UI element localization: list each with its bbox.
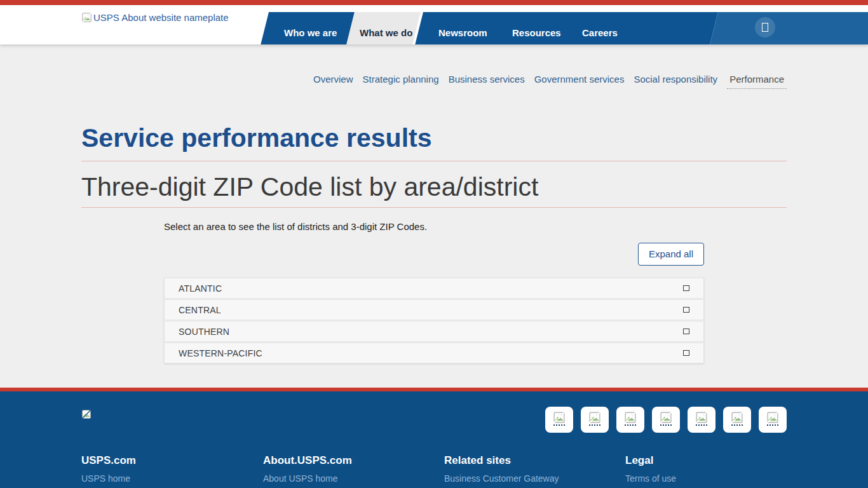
social-links-row	[545, 407, 787, 433]
accordion-row-western-pacific[interactable]: WESTERN-PACIFIC	[164, 342, 704, 363]
subnav-business-services[interactable]: Business services	[449, 74, 525, 89]
broken-image-icon	[81, 409, 92, 419]
broken-image-icon	[695, 411, 708, 424]
expand-icon	[683, 329, 689, 334]
page-title: Service performance results	[81, 123, 787, 152]
clipped-alt-text	[731, 424, 743, 426]
footer-link-usps-home[interactable]: USPS home	[81, 473, 263, 484]
footer-heading-usps-com: USPS.com	[81, 455, 263, 466]
page-subtitle: Three-digit ZIP Code list by area/distri…	[81, 172, 787, 201]
title-divider	[81, 161, 787, 161]
social-link-7[interactable]	[759, 407, 787, 433]
footer-heading-related-sites: Related sites	[444, 455, 625, 466]
broken-image-icon	[660, 411, 672, 424]
social-link-3[interactable]	[616, 407, 644, 433]
clipped-alt-text	[660, 424, 672, 426]
footer-usps-logo-broken-image[interactable]	[81, 409, 92, 419]
expand-icon	[683, 350, 689, 356]
nav-search-background	[710, 12, 868, 44]
broken-image-icon	[81, 12, 92, 23]
social-link-6[interactable]	[723, 407, 751, 433]
footer-link-business-customer-gateway[interactable]: Business Customer Gateway	[444, 473, 625, 484]
footer-heading-about-usps-com: About.USPS.com	[263, 455, 444, 466]
area-label: WESTERN-PACIFIC	[179, 348, 262, 358]
footer-heading-legal: Legal	[625, 455, 787, 466]
nav-tab-who-we-are[interactable]: Who we are	[284, 28, 337, 37]
subnav-performance-current[interactable]: Performance	[727, 74, 787, 89]
area-label: SOUTHERN	[179, 327, 229, 337]
expand-icon	[683, 307, 689, 313]
social-link-5[interactable]	[688, 407, 715, 433]
nameplate-alt-text: USPS About website nameplate	[93, 12, 229, 24]
area-label: CENTRAL	[179, 305, 221, 315]
page-body: Overview Strategic planning Business ser…	[0, 44, 868, 388]
broken-image-icon	[553, 411, 566, 424]
accordion-row-central[interactable]: CENTRAL	[164, 299, 704, 320]
clipped-alt-text	[767, 424, 778, 426]
broken-image-icon	[766, 411, 779, 424]
usps-nameplate-link[interactable]: USPS About website nameplate	[81, 12, 229, 24]
footer-link-about-usps-home[interactable]: About USPS home	[263, 473, 444, 484]
expand-icon	[683, 285, 689, 291]
footer-link-terms-of-use[interactable]: Terms of use	[625, 473, 787, 484]
section-subnav: Overview Strategic planning Business ser…	[81, 44, 787, 89]
nav-tab-careers[interactable]: Careers	[582, 28, 618, 37]
site-header: USPS About website nameplate Who we are …	[0, 5, 868, 44]
clipped-alt-text	[553, 424, 565, 426]
accordion-row-atlantic[interactable]: ATLANTIC	[164, 278, 704, 299]
site-footer: USPS.com USPS home About.USPS.com About …	[0, 391, 868, 488]
expand-all-button[interactable]: Expand all	[638, 243, 704, 266]
subnav-government-services[interactable]: Government services	[534, 74, 625, 89]
clipped-alt-text	[589, 424, 600, 426]
clipped-alt-text	[696, 424, 707, 426]
nav-tab-what-we-do[interactable]: What we do	[360, 28, 412, 37]
search-icon	[762, 23, 768, 32]
clipped-alt-text	[625, 424, 636, 426]
broken-image-icon	[731, 411, 743, 424]
top-red-bar	[0, 0, 868, 5]
subtitle-divider	[81, 207, 787, 208]
subnav-strategic-planning[interactable]: Strategic planning	[363, 74, 439, 89]
area-label: ATLANTIC	[179, 283, 222, 294]
search-button[interactable]	[755, 17, 775, 37]
accordion-row-southern[interactable]: SOUTHERN	[164, 321, 704, 342]
social-link-2[interactable]	[581, 407, 609, 433]
instruction-text: Select an area to see the list of distri…	[164, 221, 704, 232]
nav-tab-newsroom[interactable]: Newsroom	[438, 28, 487, 37]
broken-image-icon	[588, 411, 601, 424]
social-link-1[interactable]	[545, 407, 573, 433]
footer-link-columns: USPS.com USPS home About.USPS.com About …	[81, 455, 787, 484]
area-accordion: ATLANTIC CENTRAL SOUTHERN WESTERN-PACIFI…	[164, 278, 704, 363]
nav-tab-resources[interactable]: Resources	[512, 28, 561, 37]
social-link-4[interactable]	[652, 407, 680, 433]
subnav-overview[interactable]: Overview	[313, 74, 353, 89]
broken-image-icon	[624, 411, 637, 424]
subnav-social-responsibility[interactable]: Social responsibility	[634, 74, 717, 89]
